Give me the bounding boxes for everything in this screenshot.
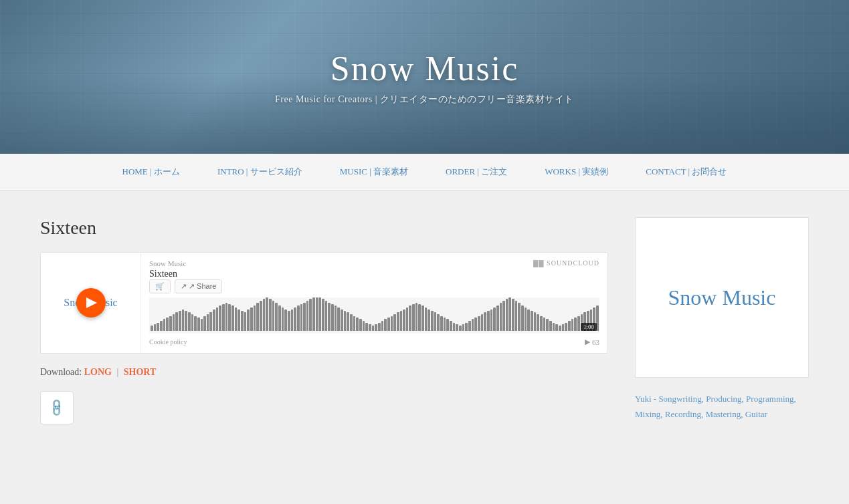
waveform-bar: [278, 305, 281, 331]
waveform-bar: [294, 307, 296, 331]
play-icon: [86, 297, 97, 308]
sc-buttons: 🛒 ↗ ↗ Share: [149, 279, 599, 293]
waveform-bar: [459, 326, 462, 331]
share-label: ↗ Share: [189, 282, 216, 291]
sc-play-button[interactable]: [76, 288, 106, 318]
waveform-bar: [254, 305, 256, 331]
waveform-bar: [525, 307, 527, 331]
waveform-bar: [512, 299, 514, 331]
waveform-bar: [288, 311, 290, 331]
waveform-bar: [222, 304, 225, 331]
waveform-bar: [203, 316, 206, 331]
nav-music[interactable]: MUSIC | 音楽素材: [321, 154, 427, 190]
soundcloud-embed: Snow Music Snow Music Sixteen ▓▓ SOUNDCL…: [40, 252, 608, 354]
main-navigation: HOME | ホーム INTRO | サービス紹介 MUSIC | 音楽素材 O…: [0, 154, 849, 191]
waveform-bar: [493, 307, 496, 331]
nav-works[interactable]: WORKS | 実績例: [526, 154, 627, 190]
waveform-bar: [207, 314, 209, 331]
content-left: Sixteen Snow Music Snow Music Sixteen: [40, 217, 608, 424]
waveform-bar: [231, 305, 234, 331]
content-right: Snow Music Yuki - Songwriting, Producing…: [635, 217, 809, 424]
waveform-bar: [490, 309, 493, 331]
waveform-bar: [484, 312, 486, 331]
waveform-bar: [247, 309, 250, 331]
waveform-bar: [415, 303, 418, 331]
waveform-bar: [549, 321, 552, 331]
waveform-bar: [291, 309, 294, 331]
waveform-bar: [284, 309, 287, 331]
share-icon: ↗: [181, 282, 187, 291]
waveform-bar: [188, 312, 191, 331]
waveform-bar: [555, 324, 558, 331]
nav-order[interactable]: ORDER | ご注文: [427, 154, 526, 190]
waveform-bar: [393, 314, 396, 331]
link-icon: 🔗: [46, 397, 67, 418]
waveform-bar: [297, 305, 300, 331]
waveform-bar: [194, 316, 197, 331]
header-content: Snow Music Free Music for Creators | クリエ…: [275, 49, 574, 106]
waveform-bar: [235, 307, 238, 331]
nav-home[interactable]: HOME | ホーム: [104, 154, 199, 190]
sc-cookie-policy[interactable]: Cookie policy: [149, 338, 187, 346]
waveform-bar: [256, 303, 259, 331]
sc-play-count: ▶ 63: [585, 338, 599, 346]
sc-artist[interactable]: Snow Music: [149, 259, 186, 267]
sc-cart-button[interactable]: 🛒: [149, 279, 171, 293]
waveform-bar: [418, 304, 421, 331]
sidebar-credits: Yuki - Songwriting, Producing, Programmi…: [635, 391, 809, 422]
waveform-bar: [400, 311, 403, 331]
waveform-bar: [201, 319, 203, 331]
waveform-bar: [444, 318, 446, 331]
waveform-bar: [213, 309, 215, 331]
waveform-bar: [337, 307, 340, 331]
waveform-bar: [341, 309, 343, 331]
waveform-bar: [571, 319, 574, 331]
waveform-bar: [241, 311, 244, 331]
waveform-bar: [228, 304, 231, 331]
waveform-bar: [266, 297, 268, 331]
waveform-bar: [428, 309, 430, 331]
waveform-bar: [518, 303, 521, 331]
download-long-link[interactable]: LONG: [84, 367, 112, 377]
nav-contact[interactable]: CONTACT | お問合せ: [627, 154, 745, 190]
waveform-bar: [300, 304, 303, 331]
download-short-link[interactable]: SHORT: [124, 367, 157, 377]
link-icon-area[interactable]: 🔗: [40, 391, 74, 424]
waveform-bar: [197, 318, 200, 331]
waveform-bar: [260, 301, 262, 331]
waveform-bar: [508, 297, 511, 331]
waveform-bar: [219, 305, 221, 331]
waveform-bar: [506, 299, 508, 331]
waveform-bar: [565, 323, 567, 331]
waveform-bar: [440, 316, 443, 331]
waveform-bar: [169, 316, 172, 331]
waveform-bar: [344, 311, 347, 331]
nav-intro[interactable]: INTRO | サービス紹介: [199, 154, 321, 190]
waveform-bar: [431, 311, 434, 331]
waveform-bar: [540, 316, 543, 331]
sc-share-button[interactable]: ↗ ↗ Share: [175, 279, 222, 293]
waveform-bar: [527, 309, 530, 331]
waveform-bar: [347, 312, 349, 331]
waveform-bar: [456, 324, 458, 331]
sc-waveform[interactable]: 1:00: [149, 297, 599, 334]
waveform-bar: [496, 305, 499, 331]
waveform-bar: [191, 314, 194, 331]
waveform-bar: [316, 297, 318, 331]
waveform-bar: [384, 319, 387, 331]
waveform-bar: [502, 301, 505, 331]
main-content: Sixteen Snow Music Snow Music Sixteen: [0, 191, 849, 451]
waveform-bar: [391, 316, 393, 331]
waveform-bar: [322, 299, 324, 331]
waveform-bar: [562, 324, 565, 331]
waveform-bar: [453, 323, 456, 331]
sc-track-name: Sixteen: [149, 269, 186, 279]
waveform-bar: [353, 316, 356, 331]
waveform-bar: [250, 307, 253, 331]
waveform-bar: [303, 303, 306, 331]
waveform-bar: [521, 305, 524, 331]
waveform-bar: [363, 321, 365, 331]
waveform-bar: [151, 326, 153, 331]
waveform-bar: [282, 307, 284, 331]
sc-footer: Cookie policy ▶ 63: [149, 338, 599, 346]
